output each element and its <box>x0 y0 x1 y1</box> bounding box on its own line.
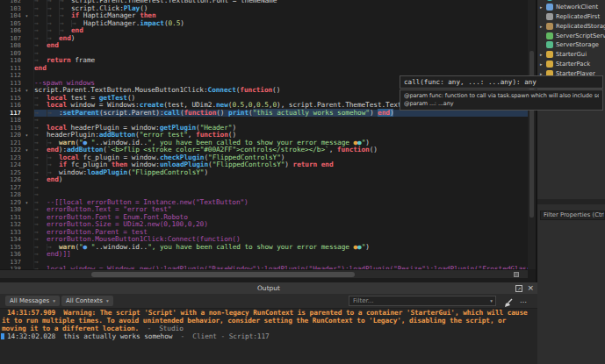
gutter-line[interactable]: 105 <box>0 20 33 28</box>
close-icon[interactable]: × <box>527 282 534 294</box>
gutter-line[interactable]: 106 <box>0 27 33 35</box>
gutter-line[interactable]: 104▾ <box>0 12 33 20</box>
horizontal-scrollbar[interactable] <box>0 269 528 278</box>
explorer-item-networkclient[interactable]: ▸NetworkClient <box>537 3 605 12</box>
script-editor[interactable]: 102103104▾105106107108109110111112113114… <box>0 0 536 282</box>
line-number-gutter[interactable]: 102103104▾105106107108109110111112113114… <box>0 0 33 269</box>
gutter-line[interactable]: 120▾ <box>0 132 33 139</box>
code-line-111[interactable]: end <box>34 65 528 73</box>
server-storage-icon <box>546 41 553 48</box>
gutter-line[interactable]: 134 <box>0 236 33 244</box>
gutter-line[interactable]: 115 <box>0 95 33 103</box>
output-header[interactable]: Output ↗ × <box>0 282 537 294</box>
gutter-line[interactable]: 114▾ <box>0 87 33 95</box>
messages-filter-dropdown[interactable]: All Messages▾ <box>5 296 60 306</box>
gutter-line[interactable]: 116 <box>0 102 33 110</box>
code-line-105[interactable]: →→→→HapticManager.impact(0.5) <box>34 20 528 28</box>
output-filter-input[interactable]: Filter...▾ <box>349 296 496 306</box>
gutter-line[interactable]: 129▾ <box>0 199 33 207</box>
network-icon <box>546 4 553 11</box>
explorer-item-serverscriptservice[interactable]: ServerScriptService <box>537 31 605 40</box>
gutter-line[interactable]: 108 <box>0 42 33 50</box>
explorer-item-starterpack[interactable]: ▸StarterPack <box>537 60 605 69</box>
server-script-icon <box>546 32 553 39</box>
code-line-127[interactable]: → <box>34 184 528 192</box>
gutter-line[interactable]: 122▾ <box>0 146 33 154</box>
warning-message-line[interactable]: moving it to a different location. - Stu… <box>0 325 537 332</box>
warning-message-line[interactable]: it to run multiple times. To avoid unint… <box>0 317 537 325</box>
gutter-line[interactable]: 130 <box>0 206 33 214</box>
gutter-line[interactable]: 137 <box>0 259 33 267</box>
explorer-item-replicatedstorage[interactable]: ▸ReplicatedStorage <box>537 21 605 31</box>
tooltip-param-line: @param func: function to call via task.s… <box>404 92 599 100</box>
gutter-line[interactable]: 126 <box>0 176 33 184</box>
tooltip-params: @param func: function to call via task.s… <box>400 89 603 111</box>
gutter-line[interactable]: 127 <box>0 184 33 192</box>
starter-pack-icon <box>546 61 553 68</box>
signature-help-tooltip: call(func: any, ...: ...any): any @param… <box>400 75 603 111</box>
gutter-line[interactable]: 135 <box>0 244 33 252</box>
code-line-136[interactable]: →end)]] <box>34 251 528 259</box>
right-panel-column: MaterialService▸NetworkClientReplicatedF… <box>537 0 605 364</box>
gutter-line[interactable]: 103 <box>0 5 33 13</box>
gutter-line[interactable]: 111 <box>0 65 33 73</box>
chevron-down-icon: ▾ <box>53 298 55 303</box>
code-line-125[interactable]: →→window:loadPlugin("FlippedControlsY") <box>34 169 528 177</box>
gutter-line[interactable]: 125 <box>0 169 33 177</box>
material-icon <box>546 0 553 1</box>
chevron-down-icon: ▾ <box>490 296 493 305</box>
explorer-item-serverstorage[interactable]: ServerStorage <box>537 40 605 50</box>
contexts-filter-dropdown[interactable]: All Contexts▾ <box>61 296 113 306</box>
clear-output-icon[interactable] <box>502 296 515 306</box>
code-line-110[interactable]: →return frame <box>34 57 528 65</box>
explorer-item-replicatedfirst[interactable]: ReplicatedFirst <box>537 12 605 22</box>
replicated-first-icon <box>546 13 553 20</box>
gutter-line[interactable]: 121 <box>0 139 33 147</box>
gutter-line[interactable]: 133 <box>0 229 33 237</box>
chevron-down-icon: ▾ <box>106 298 109 303</box>
replicated-storage-icon <box>546 23 553 30</box>
gutter-line[interactable]: 109 <box>0 50 33 58</box>
gutter-line[interactable]: 132 <box>0 221 33 229</box>
gutter-line[interactable]: 112 <box>0 72 33 80</box>
more-options-icon[interactable]: … <box>520 294 527 307</box>
code-line-126[interactable]: →end) <box>34 176 528 184</box>
gutter-line[interactable]: 128 <box>0 191 33 199</box>
properties-filter-input[interactable]: Filter Properties (Ctrl+Shift+P) <box>540 211 605 220</box>
code-line-106[interactable]: →→→end <box>34 27 528 35</box>
code-line-108[interactable]: →end <box>34 42 528 50</box>
output-messages[interactable]: 14:31:57.909 Warning: The script 'Script… <box>0 309 537 364</box>
output-panel: Output ↗ × All Messages▾ All Contexts▾ F… <box>0 282 537 364</box>
output-toolbar: All Messages▾ All Contexts▾ Filter...▾ … <box>0 294 537 309</box>
gutter-line[interactable]: 136 <box>0 251 33 259</box>
code-line-107[interactable]: →→end) <box>34 35 528 43</box>
gutter-line[interactable]: 131 <box>0 214 33 222</box>
gutter-line[interactable]: 123 <box>0 154 33 162</box>
code-line-135[interactable]: →→warn("● "..window.id..", you have been… <box>34 244 528 252</box>
horizontal-scrollbar-thumb[interactable] <box>91 272 355 277</box>
popout-icon[interactable]: ↗ <box>515 285 522 292</box>
gutter-line[interactable]: 118 <box>0 117 33 125</box>
starter-gui-icon <box>546 51 553 58</box>
gutter-line[interactable]: 119 <box>0 125 33 132</box>
message-marker <box>1 333 4 339</box>
tooltip-param-line: @param ...: ...any <box>404 100 599 108</box>
vertical-scrollbar[interactable] <box>528 0 536 269</box>
tooltip-signature: call(func: any, ...: ...any): any <box>400 75 603 89</box>
output-title: Output <box>0 282 537 294</box>
scrollbar-corner-icon[interactable] <box>514 272 519 277</box>
warning-message-line[interactable]: 14:31:57.909 Warning: The script 'Script… <box>0 309 537 317</box>
properties-panel: Filter Properties (Ctrl+Shift+P) <box>537 204 605 364</box>
gutter-line[interactable]: 113 <box>0 80 33 88</box>
code-area[interactable]: →→→script.Parent.ThemeTest.TextButton.Fo… <box>33 0 528 269</box>
code-line-109[interactable]: → <box>34 50 528 58</box>
explorer-item-startergui[interactable]: ▸StarterGui <box>537 50 605 60</box>
gutter-line[interactable]: 107 <box>0 35 33 43</box>
gutter-line[interactable]: 117 <box>0 110 33 118</box>
info-message-line[interactable]: 14:32:02.028 this actually works somehow… <box>0 332 537 340</box>
gutter-line[interactable]: 110 <box>0 57 33 65</box>
gutter-line[interactable]: 124 <box>0 161 33 169</box>
